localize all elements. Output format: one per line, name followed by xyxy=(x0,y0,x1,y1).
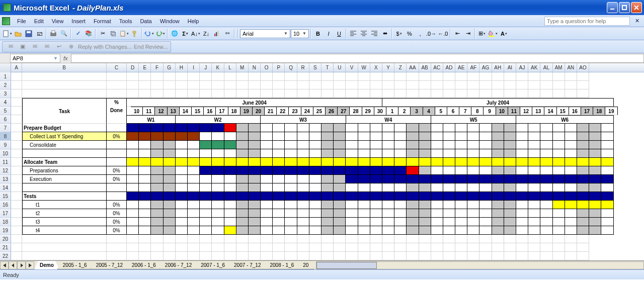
cell[interactable] xyxy=(236,252,249,260)
cell[interactable] xyxy=(11,201,22,209)
name-box[interactable]: AP8▼ xyxy=(10,54,60,63)
row-header[interactable]: 3 xyxy=(0,89,11,98)
cell[interactable] xyxy=(358,192,370,201)
cell[interactable] xyxy=(297,243,309,252)
col-header[interactable]: L xyxy=(224,63,236,72)
cell[interactable] xyxy=(346,201,358,209)
cell[interactable] xyxy=(249,218,261,226)
row-header[interactable]: 10 xyxy=(0,149,11,158)
cell[interactable] xyxy=(139,183,151,192)
cell[interactable] xyxy=(516,132,528,141)
cell[interactable] xyxy=(370,235,382,243)
cell[interactable] xyxy=(249,141,261,149)
cell[interactable] xyxy=(22,89,107,98)
cell[interactable] xyxy=(553,235,565,243)
cell[interactable] xyxy=(321,166,334,175)
cell[interactable] xyxy=(261,209,273,218)
cell[interactable] xyxy=(236,72,249,81)
permission-button[interactable]: 🖃 xyxy=(34,29,44,39)
cell[interactable] xyxy=(176,89,188,98)
cell[interactable] xyxy=(455,252,467,260)
cell[interactable] xyxy=(528,235,540,243)
cell[interactable] xyxy=(565,158,577,166)
cell[interactable] xyxy=(382,124,394,132)
cell[interactable] xyxy=(504,89,516,98)
cell[interactable] xyxy=(467,209,479,218)
cell[interactable] xyxy=(565,201,577,209)
cell[interactable] xyxy=(455,218,467,226)
cell[interactable] xyxy=(467,124,479,132)
cell[interactable] xyxy=(419,81,431,89)
cell[interactable] xyxy=(224,226,236,235)
cell[interactable]: 10 xyxy=(496,107,508,115)
cell[interactable] xyxy=(358,226,370,235)
cell[interactable] xyxy=(309,226,321,235)
cell[interactable] xyxy=(334,158,346,166)
cell[interactable] xyxy=(455,243,467,252)
cell[interactable] xyxy=(236,141,249,149)
col-header[interactable]: AF xyxy=(467,63,479,72)
cell[interactable] xyxy=(516,209,528,218)
cell[interactable] xyxy=(516,235,528,243)
cell[interactable] xyxy=(285,218,297,226)
cell[interactable] xyxy=(419,149,431,158)
cell[interactable] xyxy=(334,252,346,260)
cell[interactable] xyxy=(467,218,479,226)
cell[interactable] xyxy=(346,124,358,132)
cell[interactable] xyxy=(107,252,127,260)
cell[interactable]: 26 xyxy=(326,107,338,115)
sheet-tab[interactable]: 2006 - 1_6 xyxy=(126,261,162,269)
cell[interactable] xyxy=(479,226,492,235)
col-header[interactable]: AL xyxy=(540,63,552,72)
cell[interactable]: 0% xyxy=(107,218,127,226)
cell[interactable]: Consolidate xyxy=(22,141,107,149)
cell[interactable] xyxy=(382,252,394,260)
cell[interactable] xyxy=(224,175,236,183)
cell[interactable] xyxy=(394,209,407,218)
cell[interactable] xyxy=(492,72,504,81)
cell[interactable] xyxy=(224,132,236,141)
cell[interactable] xyxy=(11,175,22,183)
cell[interactable] xyxy=(467,226,479,235)
cell[interactable]: 4 xyxy=(423,107,435,115)
menu-window[interactable]: Window xyxy=(156,17,184,26)
cell[interactable] xyxy=(176,183,188,192)
col-header[interactable]: AE xyxy=(455,63,467,72)
cell[interactable] xyxy=(358,149,370,158)
cell[interactable] xyxy=(431,166,443,175)
cell[interactable]: 2 xyxy=(398,107,411,115)
cell[interactable] xyxy=(164,72,176,81)
cell[interactable] xyxy=(382,132,394,141)
cell[interactable] xyxy=(540,252,552,260)
cell[interactable] xyxy=(212,132,224,141)
cell[interactable] xyxy=(516,192,528,201)
cell[interactable] xyxy=(236,201,249,209)
cell[interactable] xyxy=(188,252,200,260)
cell[interactable] xyxy=(200,252,212,260)
cell[interactable] xyxy=(261,158,273,166)
cell[interactable] xyxy=(528,243,540,252)
cell[interactable] xyxy=(273,166,285,175)
cell[interactable]: Preparations xyxy=(22,166,107,175)
cell[interactable]: 14 xyxy=(544,107,556,115)
cell[interactable]: Prepare Budget xyxy=(22,124,107,132)
cell[interactable] xyxy=(285,124,297,132)
cell[interactable] xyxy=(492,158,504,166)
cell[interactable] xyxy=(443,226,455,235)
cell[interactable] xyxy=(407,235,419,243)
end-review-label[interactable]: End Review... xyxy=(134,44,168,50)
cell[interactable] xyxy=(212,252,224,260)
cell[interactable] xyxy=(382,218,394,226)
col-header[interactable]: E xyxy=(139,63,151,72)
cell[interactable] xyxy=(236,175,249,183)
cell[interactable] xyxy=(601,158,613,166)
cell[interactable] xyxy=(200,209,212,218)
cell[interactable] xyxy=(321,124,334,132)
cell[interactable] xyxy=(236,158,249,166)
cell[interactable] xyxy=(455,166,467,175)
cell[interactable] xyxy=(577,218,589,226)
cell[interactable]: 14 xyxy=(180,107,192,115)
cell[interactable] xyxy=(297,149,309,158)
col-header[interactable]: I xyxy=(188,63,200,72)
cell[interactable] xyxy=(151,149,163,158)
